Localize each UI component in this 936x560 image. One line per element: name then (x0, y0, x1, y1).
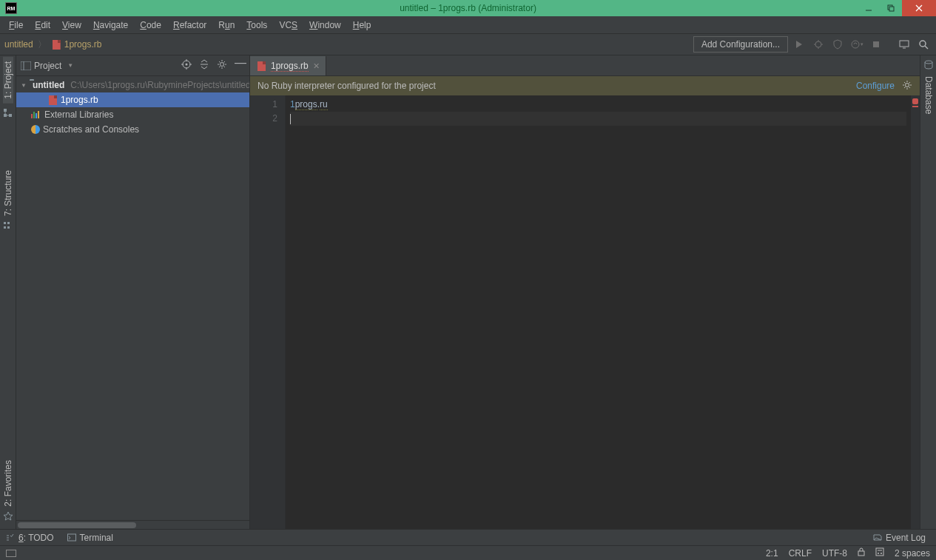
presentation-icon[interactable] (896, 36, 912, 53)
close-tab-icon[interactable]: ✕ (313, 61, 320, 71)
minimize-button[interactable] (858, 0, 880, 16)
menu-code[interactable]: Code (134, 20, 167, 30)
status-caret-position[interactable]: 2:1 (766, 548, 778, 559)
code-editor[interactable]: 1 2 1progs.ru (250, 95, 920, 529)
svg-rect-12 (900, 41, 909, 47)
svg-rect-18 (9, 114, 12, 117)
debug-icon[interactable] (810, 36, 826, 53)
rail-terminal[interactable]: Terminal (67, 533, 113, 543)
svg-point-60 (881, 553, 882, 554)
menubar: File Edit View Navigate Code Refactor Ru… (0, 16, 936, 34)
window-title: untitled – 1progs.rb (Administrator) (400, 3, 536, 13)
status-line-separator[interactable]: CRLF (789, 548, 812, 559)
menu-vcs[interactable]: VCS (273, 20, 303, 30)
collapse-all-icon[interactable] (199, 59, 209, 72)
editor-tabs: 1progs.rb ✕ (250, 55, 920, 76)
breadcrumb-project[interactable]: untitled (4, 39, 33, 50)
minimize-panel-icon[interactable]: — (235, 59, 245, 72)
svg-point-28 (186, 64, 188, 66)
database-icon (923, 60, 934, 70)
menu-navigate[interactable]: Navigate (87, 20, 134, 30)
svg-rect-57 (858, 551, 864, 556)
breadcrumbs: untitled 〉 1progs.rb (4, 38, 101, 51)
rail-project[interactable]: 1: Project (3, 57, 13, 104)
menu-file[interactable]: File (3, 20, 29, 30)
rail-event-log[interactable]: Event Log (873, 533, 926, 543)
terminal-icon (67, 533, 76, 542)
editor-area: 1progs.rb ✕ No Ruby interpreter configur… (250, 55, 920, 529)
status-encoding[interactable]: UTF-8 (822, 548, 847, 559)
error-stripe[interactable] (911, 95, 920, 529)
ruby-file-icon (51, 39, 61, 50)
line-gutter[interactable]: 1 2 (250, 95, 286, 529)
rail-database[interactable]: Database (923, 70, 934, 120)
warning-settings-icon[interactable] (902, 80, 912, 92)
close-button[interactable] (902, 0, 936, 16)
project-panel: Project ▼ — ▼ untitled C:\Users\1progs.r… (16, 55, 250, 529)
code-content[interactable]: 1progs.ru (286, 95, 911, 529)
svg-rect-2 (889, 7, 894, 11)
menu-refactor[interactable]: Refactor (167, 20, 212, 30)
breadcrumb-separator: 〉 (38, 38, 47, 51)
rail-favorites[interactable]: 2: Favorites (3, 456, 13, 511)
interpreter-warning-bar: No Ruby interpreter configured for the p… (250, 76, 920, 95)
editor-tab-1progs[interactable]: 1progs.rb ✕ (250, 56, 326, 75)
menu-help[interactable]: Help (347, 20, 377, 30)
project-tree: ▼ untitled C:\Users\1progs.ru\RubyminePr… (16, 76, 249, 520)
text-caret (290, 114, 291, 124)
expand-arrow-icon[interactable]: ▼ (21, 82, 27, 89)
svg-line-49 (909, 87, 911, 88)
project-panel-header: Project ▼ — (16, 55, 249, 76)
code-text: progs (295, 99, 317, 110)
breadcrumb-file[interactable]: 1progs.rb (51, 39, 102, 50)
configure-link[interactable]: Configure (856, 81, 895, 91)
right-tool-rail: Database (920, 55, 936, 529)
svg-point-10 (852, 41, 859, 48)
svg-line-15 (925, 46, 928, 49)
locate-icon[interactable] (181, 59, 192, 72)
status-readonly-icon[interactable] (858, 547, 865, 559)
svg-point-14 (920, 41, 926, 47)
project-panel-title-dropdown[interactable]: Project ▼ (21, 61, 181, 71)
menu-tools[interactable]: Tools (240, 20, 273, 30)
error-marker-icon[interactable] (912, 106, 918, 107)
project-view-icon (21, 61, 31, 70)
menu-edit[interactable]: Edit (29, 20, 56, 30)
svg-rect-16 (4, 109, 7, 112)
status-inspection-icon[interactable] (875, 547, 884, 559)
tree-external-libraries[interactable]: ▶ External Libraries (16, 107, 249, 122)
rail-todo[interactable]: 6: TODO (6, 533, 54, 543)
menu-run[interactable]: Run (212, 20, 240, 30)
add-configuration-button[interactable]: Add Configuration... (693, 36, 788, 53)
search-everywhere-icon[interactable] (915, 36, 932, 53)
project-hscrollbar[interactable] (16, 520, 249, 529)
tool-window-layout-icon[interactable] (6, 550, 16, 557)
scratches-icon (31, 125, 40, 134)
svg-point-59 (878, 553, 879, 554)
tree-file-1progs[interactable]: 1progs.rb (16, 92, 249, 107)
tree-project-root[interactable]: ▼ untitled C:\Users\1progs.ru\RubyminePr… (16, 78, 249, 92)
maximize-button[interactable] (880, 0, 902, 16)
rail-structure[interactable]: 7: Structure (3, 166, 13, 220)
tree-scratches[interactable]: ▶ Scratches and Consoles (16, 122, 249, 137)
status-indent[interactable]: 2 spaces (895, 548, 930, 559)
attach-icon[interactable]: ▾ (849, 36, 865, 53)
svg-rect-22 (7, 222, 10, 224)
menu-window[interactable]: Window (303, 20, 347, 30)
error-marker-icon[interactable] (912, 98, 918, 104)
structure-icon (3, 220, 13, 231)
svg-rect-58 (876, 548, 883, 556)
menu-view[interactable]: View (56, 20, 87, 30)
svg-point-52 (925, 61, 932, 64)
stop-icon[interactable] (868, 36, 884, 53)
svg-rect-56 (67, 534, 75, 541)
run-icon[interactable] (791, 36, 807, 53)
svg-rect-21 (4, 222, 6, 224)
coverage-icon[interactable] (829, 36, 846, 53)
statusbar: 2:1 CRLF UTF-8 2 spaces (0, 545, 936, 560)
svg-line-41 (224, 61, 226, 63)
warning-text: No Ruby interpreter configured for the p… (257, 81, 849, 91)
settings-icon[interactable] (217, 59, 227, 72)
line-number: 2 (250, 112, 277, 126)
left-tool-rail: 1: Project 7: Structure 2: Favorites (0, 55, 16, 529)
